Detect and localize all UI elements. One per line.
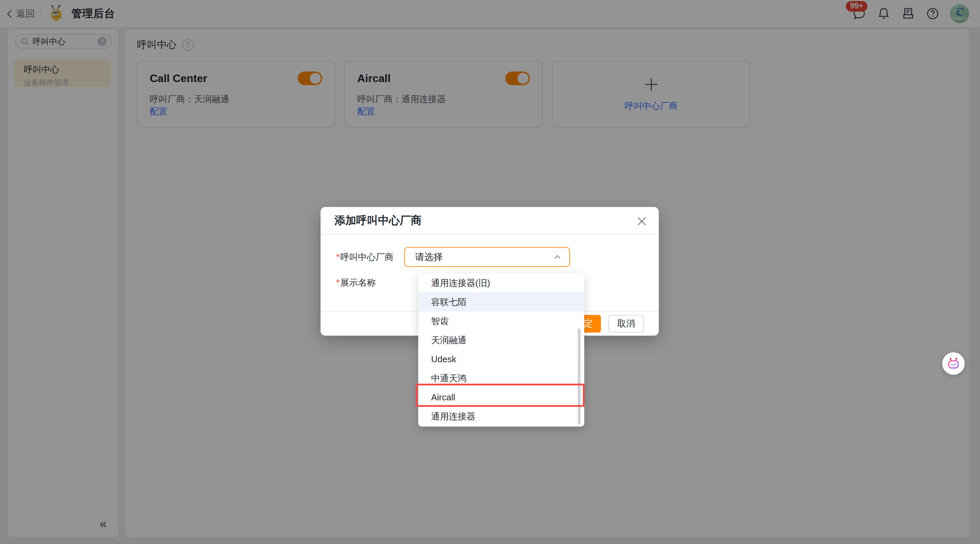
vendor-select[interactable]: 请选择 (404, 247, 570, 267)
robot-icon (947, 357, 960, 370)
annotation-highlight-box (416, 384, 585, 407)
cancel-button[interactable]: 取消 (608, 315, 644, 333)
chevron-up-icon (553, 253, 562, 262)
dialog-title: 添加呼叫中心厂商 (334, 213, 422, 228)
option-ronglian-qimo[interactable]: 容联七陌 (418, 292, 584, 311)
close-icon[interactable] (636, 216, 647, 227)
option-tianrun-rongtong[interactable]: 天润融通 (418, 330, 584, 349)
assistant-robot-button[interactable] (942, 353, 965, 375)
select-value: 请选择 (415, 251, 443, 263)
dropdown-scrollbar[interactable] (578, 329, 581, 424)
vendor-field-label: *呼叫中心厂商 (321, 251, 404, 263)
option-generic-connector[interactable]: 通用连接器 (418, 407, 584, 426)
display-name-field-label: *展示名称 (321, 277, 404, 289)
required-mark: * (336, 278, 340, 288)
required-mark: * (336, 252, 340, 262)
option-udesk[interactable]: Udesk (418, 349, 584, 369)
page: 返回 管理 (0, 0, 980, 544)
option-zhichi[interactable]: 智齿 (418, 311, 584, 330)
